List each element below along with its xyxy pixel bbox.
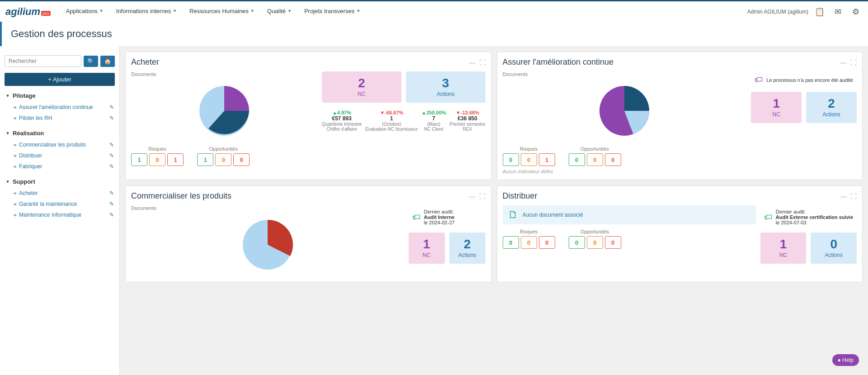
sidebar-item-amelioration[interactable]: ➜ Assurer l'amélioration continue ✎ [0, 102, 119, 113]
amelioration-chart-area: Documents Risques [503, 71, 747, 174]
add-button[interactable]: + Ajouter [5, 73, 115, 86]
logo[interactable]: agilium plus [5, 6, 51, 18]
sidebar-item-acheter[interactable]: ➜ Acheter ✎ [0, 188, 119, 199]
card-amelioration: Assurer l'amélioration continue — ⛶ Docu… [497, 52, 863, 180]
ind-value-2: 1 [365, 115, 418, 122]
mail-icon[interactable]: ✉ [831, 5, 844, 19]
risks-opps-row-2: Risques 0 0 1 Opportunités 0 [503, 146, 747, 166]
risk-badge-red: 1 [167, 153, 184, 166]
edit-icon[interactable]: ✎ [109, 212, 114, 218]
distribuer-stat-boxes: 1 NC 0 Actions [760, 233, 857, 264]
sidebar-item-fabriquer[interactable]: ➜ Fabriquer ✎ [0, 161, 119, 172]
amelioration-nc-box: 1 NC [751, 92, 802, 123]
arrow-icon: ➜ [13, 153, 17, 159]
search-input[interactable] [5, 55, 81, 67]
risk-badge-orange: 0 [149, 153, 165, 166]
amelioration-pie-chart [593, 79, 656, 142]
expand-icon[interactable]: ⛶ [850, 193, 857, 200]
edit-icon[interactable]: ✎ [109, 190, 114, 196]
audit-date: le 2024-02-27 [424, 220, 455, 225]
card-amelioration-header: Assurer l'amélioration continue — ⛶ [503, 57, 857, 67]
nav-item-informations[interactable]: Informations internes ▼ [110, 1, 183, 23]
minimize-icon[interactable]: — [840, 193, 847, 200]
distribuer-opp-red: 0 [605, 236, 621, 249]
ind-change-4: ▼-13.68% [450, 110, 486, 115]
card-distribuer-title: Distribuer [503, 191, 538, 201]
commercialiser-nc-box: 1 NC [409, 233, 445, 264]
ind-period-3: (Mars) [421, 122, 446, 127]
expand-icon[interactable]: ⛶ [479, 193, 486, 200]
distribuer-actions-value: 0 [814, 238, 853, 251]
arrow-icon: ➜ [13, 212, 17, 218]
distribuer-opp-orange: 0 [587, 236, 603, 249]
sidebar-item-piloter-rh[interactable]: ➜ Piloter les RH ✎ [0, 113, 119, 123]
risks-opps-row: Risques 1 0 1 Opportunités 1 [131, 146, 317, 166]
collapse-icon: ▼ [5, 93, 10, 98]
collapse-icon: ▼ [5, 179, 10, 184]
distribuer-audit-name: Audit Externe certification suivie [776, 214, 853, 220]
minimize-icon[interactable]: — [469, 59, 476, 66]
distribuer-audit-text: Dernier audit: Audit Externe certificati… [776, 209, 853, 225]
acheter-actions-value: 3 [410, 77, 482, 90]
nav-item-projets[interactable]: Projets transverses ▼ [298, 1, 367, 23]
edit-icon[interactable]: ✎ [109, 152, 114, 159]
sidebar-item-commercialiser[interactable]: ➜ Commercialiser les produits ✎ [0, 139, 119, 150]
ind-period-2: (Octobre) [365, 122, 418, 127]
section-support: ▼ Support ➜ Acheter ✎ ➜ Garantir la main… [0, 176, 119, 220]
section-pilotage-header[interactable]: ▼ Pilotage [0, 90, 119, 102]
clipboard-icon[interactable]: 📋 [813, 5, 826, 19]
chevron-down-icon: ▼ [356, 9, 360, 13]
opps-badges-2: 0 0 0 [569, 153, 621, 166]
opps-title: Opportunités [197, 146, 250, 152]
section-realisation-header[interactable]: ▼ Réalisation [0, 127, 119, 139]
help-button[interactable]: ● Help [832, 354, 859, 366]
minimize-icon[interactable]: — [469, 193, 476, 200]
tag-icon-3: 🏷 [764, 213, 772, 222]
edit-icon[interactable]: ✎ [109, 104, 114, 110]
distribuer-risks-group: Risques 0 0 0 [503, 229, 555, 249]
risks-group-2: Risques 0 0 1 [503, 146, 555, 166]
risks-badges-2: 0 0 1 [503, 153, 555, 166]
sidebar-item-maintenance[interactable]: ➜ Maintenance informatique ✎ [0, 209, 119, 220]
card-distribuer-header: Distribuer — ⛶ [503, 191, 857, 201]
nav-item-rh[interactable]: Ressources Humaines ▼ [183, 1, 261, 23]
edit-icon[interactable]: ✎ [109, 115, 114, 121]
sidebar-item-distribuer[interactable]: ➜ Distribuer ✎ [0, 150, 119, 161]
doc-msg: Aucun document associé [523, 212, 583, 218]
expand-icon[interactable]: ⛶ [850, 59, 857, 66]
page-header: Gestion des processus [0, 22, 868, 46]
opp-badge-red: 0 [233, 153, 250, 166]
edit-icon[interactable]: ✎ [109, 201, 114, 207]
home-button[interactable]: 🏠 [100, 56, 115, 67]
opp-badge-red-2: 0 [605, 153, 621, 166]
card-amelioration-body: Documents Risques [503, 71, 857, 174]
nav-item-applications[interactable]: Applications ▼ [60, 1, 110, 23]
distribuer-right: 🏷 Dernier audit: Audit Externe certifica… [760, 205, 857, 264]
chevron-down-icon: ▼ [250, 9, 255, 13]
minimize-icon[interactable]: — [840, 59, 847, 66]
card-commercialiser: Commercialiser les produits — ⛶ Document… [125, 185, 491, 282]
arrow-icon: ➜ [13, 190, 17, 196]
acheter-stat-boxes: 2 NC 3 Actions [322, 71, 486, 103]
sidebar-item-garantir[interactable]: ➜ Garantir la maintenance ✎ [0, 199, 119, 209]
section-pilotage: ▼ Pilotage ➜ Assurer l'amélioration cont… [0, 90, 119, 123]
indicator-1: ▲4.97% €57 893 Quatrième trimestre Chiff… [322, 110, 362, 132]
distribuer-opps-group: Opportunités 0 0 0 [569, 229, 621, 249]
distribuer-risks-opps: Risques 0 0 0 Opportunités 0 [503, 229, 756, 249]
risks-title-2: Risques [503, 146, 555, 152]
search-button[interactable]: 🔍 [84, 56, 98, 67]
arrow-icon: ➜ [13, 115, 17, 121]
opp-badge-orange: 0 [215, 153, 231, 166]
edit-icon[interactable]: ✎ [109, 163, 114, 170]
acheter-indicators: ▲4.97% €57 893 Quatrième trimestre Chiff… [322, 110, 486, 132]
amelioration-audit-tag: 🏷 Le processus n'a pas encore été audité [751, 71, 857, 88]
acheter-nc-box: 2 NC [322, 71, 401, 103]
settings-icon[interactable]: ⚙ [849, 5, 863, 19]
card-acheter-title: Acheter [131, 57, 159, 67]
top-nav: agilium plus Applications ▼ Informations… [0, 0, 868, 22]
section-support-header[interactable]: ▼ Support [0, 176, 119, 188]
arrow-icon: ➜ [13, 201, 17, 207]
edit-icon[interactable]: ✎ [109, 142, 114, 148]
nav-item-qualite[interactable]: Qualité ▼ [261, 1, 298, 23]
expand-icon[interactable]: ⛶ [479, 59, 486, 66]
